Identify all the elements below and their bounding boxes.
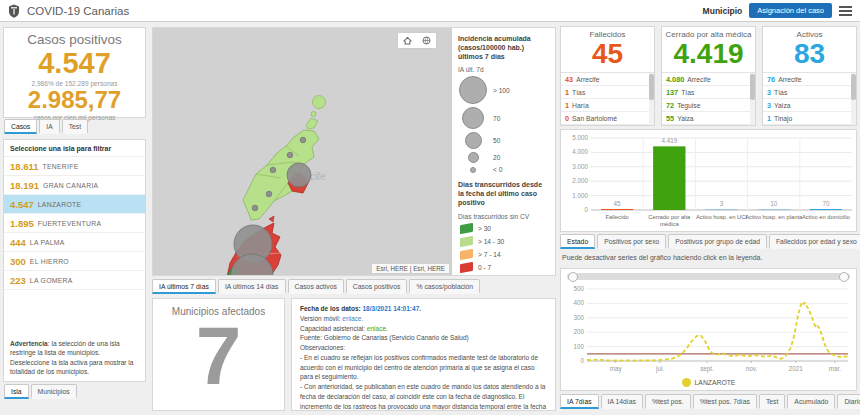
svg-text:nov.: nov. bbox=[746, 365, 758, 372]
island-row-la-palma[interactable]: 444LA PALMA bbox=[4, 233, 145, 252]
tab-positivos-por-sexo[interactable]: Positivos por sexo bbox=[597, 234, 666, 249]
status-list-item[interactable]: 76Arrecife bbox=[763, 73, 856, 86]
legend-size-item: 20 bbox=[458, 152, 549, 163]
status-card-activos: Activos8376Arrecife3Tías3Yaiza1Tinajo bbox=[762, 26, 857, 126]
capacidad-link[interactable]: enlace. bbox=[367, 325, 388, 332]
island-row-lanzarote[interactable]: 4.547LANZAROTE bbox=[4, 195, 145, 214]
island-tabs: IslaMunicipios bbox=[4, 384, 79, 399]
tab-test-pos[interactable]: %test pos. bbox=[645, 394, 691, 409]
assign-case-button[interactable]: Asignación del caso bbox=[749, 3, 832, 18]
tab-casos-positivos[interactable]: Casos positivos bbox=[346, 279, 408, 294]
tab-casos-activos[interactable]: Casos activos bbox=[288, 279, 344, 294]
svg-text:may: may bbox=[610, 365, 623, 373]
island-row-fuerteventura[interactable]: 1.895FUERTEVENTURA bbox=[4, 214, 145, 233]
tab-casos-poblaci-n[interactable]: % casos/población bbox=[409, 279, 480, 294]
svg-text:0: 0 bbox=[584, 206, 588, 213]
version-label: Versión móvil: bbox=[300, 315, 340, 322]
slider-handle-right[interactable] bbox=[839, 272, 849, 282]
status-card-fallecidos: Fallecidos4543Arrecife1Tías1Haría0San Ba… bbox=[560, 26, 655, 126]
svg-text:45: 45 bbox=[614, 200, 622, 207]
positives-total: 4.547 bbox=[4, 49, 145, 78]
svg-text:4.419: 4.419 bbox=[661, 137, 677, 144]
line-chart-legend[interactable]: LANZAROTE bbox=[561, 378, 856, 387]
island-row-gran-canaria[interactable]: 18.191GRAN CANARIA bbox=[4, 176, 145, 195]
note-bullet: - Con anterioridad, se publicaban en est… bbox=[300, 382, 547, 411]
estado-tabs: EstadoPositivos por sexoPositivos por gr… bbox=[560, 234, 860, 249]
tab-positivos-por-grupo-de-edad[interactable]: Positivos por grupo de edad bbox=[668, 234, 767, 249]
status-list-item[interactable]: 3Yaiza bbox=[763, 99, 856, 112]
legend-days-item: > 14 - 30 bbox=[458, 237, 549, 246]
status-cards: Fallecidos4543Arrecife1Tías1Haría0San Ba… bbox=[560, 26, 857, 126]
legend-days-item: > 7 - 14 bbox=[458, 250, 549, 259]
tab-municipios[interactable]: Municipios bbox=[31, 384, 77, 399]
tab-test-pos-7d-as[interactable]: %test pos. 7días bbox=[693, 394, 757, 409]
lanzarote-legend-dot[interactable] bbox=[682, 378, 691, 387]
status-list-item[interactable]: 137Tías bbox=[662, 86, 755, 99]
ia-line-chart-card: 0100200300400500mayjul.sept.nov.2021mar.… bbox=[560, 268, 857, 391]
notes-card: Fecha de los datos: 18/3/2021 14:01:47. … bbox=[291, 298, 556, 411]
gobierno-canarias-logo-icon bbox=[8, 4, 20, 18]
scrollbar[interactable] bbox=[649, 73, 654, 125]
status-list-item[interactable]: 55Yaiza bbox=[662, 112, 755, 125]
tab-casos[interactable]: Casos bbox=[4, 119, 37, 134]
note-bullet: - En el cuadro se reflejan los positivos… bbox=[300, 353, 547, 382]
legend-size-item: < 0 bbox=[458, 166, 549, 173]
island-row-tenerife[interactable]: 18.611TENERIFE bbox=[4, 157, 145, 176]
fecha-value: 18/3/2021 14:01:47. bbox=[363, 305, 422, 312]
tab-estado[interactable]: Estado bbox=[560, 234, 595, 249]
home-icon[interactable] bbox=[402, 32, 413, 50]
lanzarote-legend-label[interactable]: LANZAROTE bbox=[695, 379, 736, 386]
menu-icon[interactable] bbox=[839, 6, 852, 16]
municipios-card: Municipios afectados 7 bbox=[152, 298, 285, 411]
status-list-item[interactable]: 0San Bartolomé bbox=[561, 112, 654, 125]
status-list-item[interactable]: 3Tías bbox=[763, 86, 856, 99]
tab-ia-7d-as[interactable]: IA 7días bbox=[560, 394, 599, 409]
estado-bar-chart[interactable]: 01.0002.0003.0004.0005.00045Fallecido4.4… bbox=[561, 130, 856, 231]
map-tabs: IA últimos 7 díasIA últimos 14 díasCasos… bbox=[152, 279, 482, 294]
tab-test[interactable]: Test bbox=[62, 119, 88, 134]
svg-text:200: 200 bbox=[573, 328, 584, 335]
svg-text:3: 3 bbox=[720, 200, 724, 207]
status-list-item[interactable]: 1Haría bbox=[561, 99, 654, 112]
tab-ia-14d-as[interactable]: IA 14días bbox=[601, 394, 643, 409]
status-list-item[interactable]: 1Tías bbox=[561, 86, 654, 99]
tab-diario[interactable]: Diario bbox=[837, 394, 860, 409]
tab-fallecidos-por-edad-y-sexo[interactable]: Fallecidos por edad y sexo bbox=[769, 234, 860, 249]
basemap-globe-icon[interactable] bbox=[421, 32, 432, 50]
legend-size-item: > 100 bbox=[458, 76, 549, 104]
tab-test[interactable]: Test bbox=[759, 394, 785, 409]
header: COVID-19 Canarias Municipio Asignación d… bbox=[0, 0, 860, 22]
map-controls bbox=[397, 32, 437, 49]
slider-handle-left[interactable] bbox=[568, 272, 578, 282]
status-list-item[interactable]: 43Arrecife bbox=[561, 73, 654, 86]
ia-line-chart[interactable]: 0100200300400500mayjul.sept.nov.2021mar. bbox=[561, 283, 856, 375]
island-row-la-gomera[interactable]: 223LA GOMERA bbox=[4, 271, 145, 290]
map-card: Arrecife Esri, HERE | Esri, HERE Inciden… bbox=[152, 27, 556, 276]
island-list: 18.611TENERIFE18.191GRAN CANARIA4.547LAN… bbox=[4, 157, 145, 290]
tab-ia[interactable]: IA bbox=[39, 119, 59, 134]
positives-tabs: CasosIATest bbox=[4, 119, 90, 134]
svg-text:400: 400 bbox=[573, 299, 584, 306]
status-list-item[interactable]: 4.080Arrecife bbox=[662, 73, 755, 86]
island-row-el-hierro[interactable]: 300EL HIERRO bbox=[4, 252, 145, 271]
scrollbar[interactable] bbox=[750, 73, 755, 125]
fecha-label: Fecha de los datos: bbox=[300, 305, 361, 312]
scrollbar[interactable] bbox=[851, 73, 856, 125]
svg-text:sept.: sept. bbox=[700, 365, 714, 373]
tab-acumulado[interactable]: Acumulado bbox=[787, 394, 835, 409]
status-list-item[interactable]: 72Teguise bbox=[662, 99, 755, 112]
svg-text:mar.: mar. bbox=[829, 365, 841, 372]
svg-text:médica: médica bbox=[660, 221, 679, 227]
svg-text:500: 500 bbox=[573, 285, 584, 292]
tab-ia-ltimos-14-d-as[interactable]: IA últimos 14 días bbox=[218, 279, 286, 294]
svg-text:100: 100 bbox=[573, 343, 584, 350]
version-link[interactable]: enlace. bbox=[342, 315, 363, 322]
estado-bar-chart-card: 01.0002.0003.0004.0005.00045Fallecido4.4… bbox=[560, 129, 857, 232]
legend-days-item: 0 - 7 bbox=[458, 263, 549, 272]
svg-text:3.000: 3.000 bbox=[572, 163, 588, 170]
tab-ia-ltimos-7-d-as[interactable]: IA últimos 7 días bbox=[152, 279, 216, 294]
time-range-slider[interactable] bbox=[567, 273, 850, 280]
status-list-item[interactable]: 1Tinajo bbox=[763, 112, 856, 125]
tab-isla[interactable]: Isla bbox=[4, 384, 29, 399]
legend-days-subtitle: Días trascurridos sin CV bbox=[458, 213, 549, 220]
